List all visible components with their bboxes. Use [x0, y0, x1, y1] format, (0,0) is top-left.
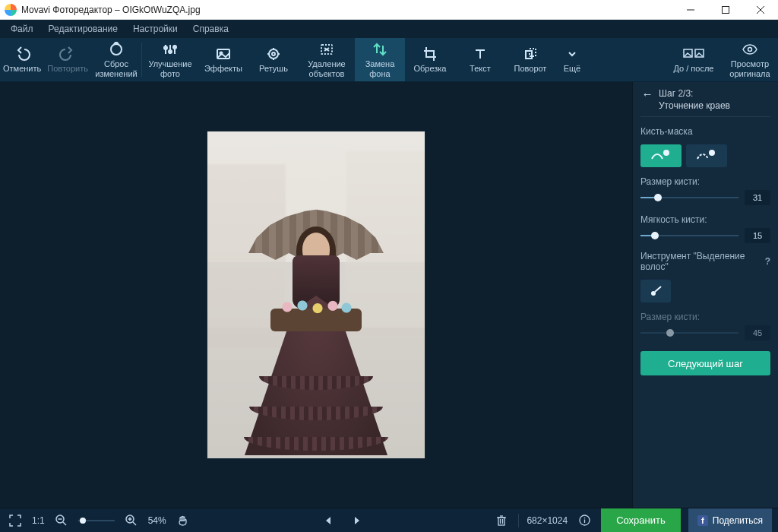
- step-number: Шаг 2/3:: [659, 88, 730, 100]
- hair-tool-label-row: Инструмент "Выделение волос" ?: [640, 251, 770, 272]
- svg-marker-43: [355, 517, 359, 524]
- crop-icon: [422, 46, 438, 62]
- hair-tool-label: Инструмент "Выделение волос": [640, 251, 762, 272]
- hair-brush-tool[interactable]: [640, 280, 671, 302]
- step-name: Уточнение краев: [659, 100, 730, 112]
- edited-image: [207, 131, 425, 458]
- retouch-icon: [265, 46, 282, 62]
- object-removal-icon: [318, 41, 335, 58]
- svg-point-4: [111, 44, 122, 55]
- zoom-in-button[interactable]: [122, 508, 141, 533]
- help-icon[interactable]: ?: [765, 256, 770, 267]
- view-original-button[interactable]: Просмотр оригинала: [722, 38, 778, 81]
- menu-help[interactable]: Справка: [185, 20, 236, 38]
- svg-point-13: [269, 49, 278, 59]
- hair-brush-size-block: Размер кисти: 45: [640, 310, 770, 340]
- redo-icon: [59, 46, 76, 62]
- brush-add-tool[interactable]: [640, 144, 682, 167]
- effects-icon: [215, 46, 232, 62]
- rotate-button[interactable]: Поворот: [505, 38, 555, 81]
- svg-line-39: [133, 522, 136, 525]
- zoom-percent: 54%: [148, 515, 166, 526]
- svg-point-9: [169, 50, 172, 53]
- brush-subtract-tool[interactable]: [686, 144, 727, 167]
- canvas[interactable]: [0, 82, 632, 508]
- text-button[interactable]: Текст: [455, 38, 505, 81]
- svg-point-30: [748, 48, 752, 52]
- back-arrow-icon[interactable]: ←: [640, 88, 654, 100]
- svg-point-32: [710, 150, 714, 155]
- svg-marker-42: [326, 517, 330, 524]
- side-panel: ← Шаг 2/3: Уточнение краев Кисть-маска Р…: [632, 82, 778, 508]
- fit-screen-button[interactable]: [6, 508, 24, 533]
- enhance-button[interactable]: Улучшение фото: [142, 38, 198, 81]
- svg-point-14: [272, 52, 275, 55]
- menu-settings[interactable]: Настройки: [125, 20, 185, 38]
- window-maximize-button[interactable]: [708, 0, 743, 20]
- pan-hand-button[interactable]: [174, 508, 192, 533]
- prev-image-button[interactable]: [319, 508, 337, 533]
- svg-line-34: [655, 287, 661, 292]
- brush-soft-slider[interactable]: [640, 230, 738, 241]
- hair-brush-size-slider: [640, 328, 738, 338]
- toolbar: Отменить Повторить Сброс изменений Улучш…: [0, 38, 778, 82]
- bg-replace-icon: [372, 41, 388, 58]
- bottom-bar: 1:1 54% 682×1024 Сохранить f Поделиться: [0, 508, 778, 532]
- brush-size-slider[interactable]: [640, 192, 738, 203]
- eye-icon: [742, 41, 758, 58]
- reset-icon: [108, 41, 125, 58]
- chevron-down-icon: [567, 46, 577, 62]
- svg-point-51: [584, 518, 585, 519]
- window-titlebar: Movavi Фоторедактор – OIGkOtWuZQA.jpg: [0, 0, 778, 20]
- before-after-icon: [683, 46, 704, 62]
- step-header: ← Шаг 2/3: Уточнение краев: [640, 88, 770, 117]
- reset-changes-button[interactable]: Сброс изменений: [91, 38, 141, 81]
- zoom-slider[interactable]: [78, 515, 115, 526]
- brush-mask-tools: [640, 144, 770, 167]
- share-button[interactable]: f Поделиться: [688, 508, 772, 533]
- before-after-button[interactable]: До / после: [666, 38, 722, 81]
- svg-rect-1: [723, 6, 729, 13]
- brush-size-block: Размер кисти: 31: [640, 175, 770, 205]
- redo-button[interactable]: Повторить: [44, 38, 91, 81]
- brush-soft-label: Мягкость кисти:: [640, 214, 770, 225]
- one-to-one-button[interactable]: 1:1: [32, 515, 45, 526]
- window-close-button[interactable]: [743, 0, 778, 20]
- window-minimize-button[interactable]: [673, 0, 708, 20]
- rotate-icon: [522, 46, 539, 62]
- more-button[interactable]: Ещё: [555, 38, 589, 81]
- svg-rect-44: [498, 518, 504, 525]
- svg-point-10: [173, 46, 176, 49]
- next-step-button[interactable]: Следующий шаг: [640, 351, 770, 375]
- app-icon: [5, 4, 17, 16]
- undo-icon: [14, 46, 30, 62]
- zoom-out-button[interactable]: [52, 508, 71, 533]
- retouch-button[interactable]: Ретушь: [248, 38, 299, 81]
- bg-replace-button[interactable]: Замена фона: [355, 38, 405, 81]
- object-removal-button[interactable]: Удаление объектов: [299, 38, 355, 81]
- brush-size-value[interactable]: 31: [745, 190, 770, 205]
- brush-soft-value[interactable]: 15: [745, 228, 770, 243]
- brush-size-label: Размер кисти:: [640, 176, 770, 187]
- brush-soft-block: Мягкость кисти: 15: [640, 213, 770, 243]
- next-image-button[interactable]: [348, 508, 366, 533]
- menubar: Файл Редактирование Настройки Справка: [0, 20, 778, 38]
- hair-brush-size-value: 45: [745, 325, 770, 340]
- brush-mask-label: Кисть-маска: [640, 126, 770, 137]
- svg-point-31: [664, 150, 669, 155]
- info-button[interactable]: [575, 508, 593, 533]
- effects-button[interactable]: Эффекты: [198, 38, 248, 81]
- window-title: Movavi Фоторедактор – OIGkOtWuZQA.jpg: [21, 5, 673, 15]
- main-area: ← Шаг 2/3: Уточнение краев Кисть-маска Р…: [0, 82, 778, 508]
- menu-edit[interactable]: Редактирование: [41, 20, 125, 38]
- image-dimensions: 682×1024: [527, 515, 568, 526]
- save-button[interactable]: Сохранить: [601, 508, 681, 533]
- delete-button[interactable]: [492, 508, 511, 533]
- svg-line-36: [63, 522, 66, 525]
- facebook-icon: f: [697, 515, 708, 526]
- undo-button[interactable]: Отменить: [0, 38, 44, 81]
- enhance-icon: [162, 41, 179, 58]
- image-nav: [319, 508, 366, 533]
- menu-file[interactable]: Файл: [3, 20, 41, 38]
- crop-button[interactable]: Обрезка: [405, 38, 455, 81]
